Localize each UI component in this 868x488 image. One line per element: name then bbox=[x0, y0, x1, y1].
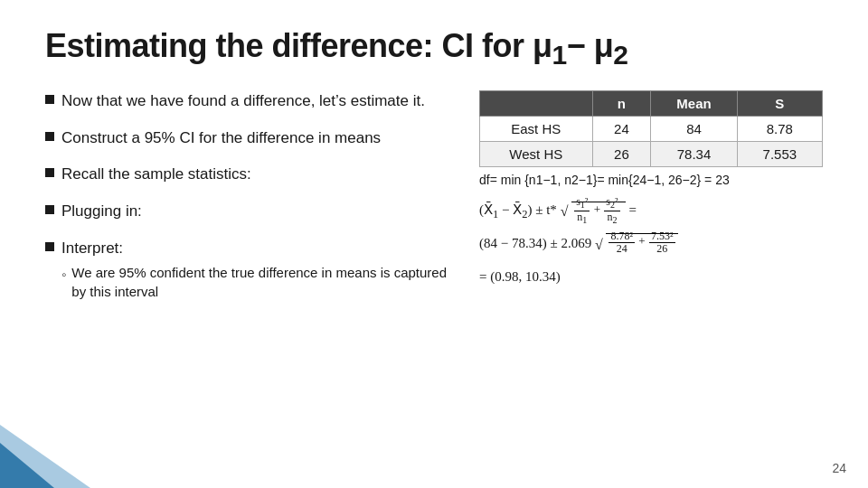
col-header-s: S bbox=[737, 91, 822, 117]
cell-east-s: 8.78 bbox=[737, 117, 822, 142]
sub-bullet-text: We are 95% confident the true difference… bbox=[71, 263, 452, 301]
bullet-square-1 bbox=[45, 95, 54, 104]
formula-line-2: (84 − 78.34) ± 2.069 √ 8.78² 24 + 7.53² … bbox=[479, 230, 823, 259]
col-header-mean: Mean bbox=[651, 91, 737, 117]
sub-bullet-dot: ◦ bbox=[61, 265, 66, 284]
decorative-triangles bbox=[0, 407, 118, 488]
formula-text-3: = (0.98, 10.34) bbox=[479, 263, 561, 290]
title-prefix: Estimating the difference: CI for bbox=[45, 27, 533, 64]
df-text: df= min {n1−1, n2−1}= min{24−1, 26−2} = … bbox=[479, 173, 823, 187]
bullet-text-4: Plugging in: bbox=[61, 201, 142, 223]
table-row-east: East HS 24 84 8.78 bbox=[480, 117, 823, 142]
cell-west-label: West HS bbox=[480, 142, 593, 167]
bullet-item-2: Construct a 95% CI for the difference in… bbox=[45, 127, 452, 150]
formula-text-2: (84 − 78.34) ± 2.069 √ 8.78² 24 + 7.53² … bbox=[479, 230, 678, 259]
formula-line-3: = (0.98, 10.34) bbox=[479, 263, 823, 290]
cell-west-s: 7.553 bbox=[737, 142, 822, 167]
bullet-text-1: Now that we have found a difference, let… bbox=[61, 90, 425, 113]
sub-bullet-item: ◦ We are 95% confident the true differen… bbox=[61, 263, 452, 301]
title-symbol: μ1− μ2 bbox=[533, 27, 627, 64]
bullet-item-1: Now that we have found a difference, let… bbox=[45, 90, 452, 113]
page-number: 24 bbox=[832, 461, 846, 475]
table-row-west: West HS 26 78.34 7.553 bbox=[480, 142, 823, 167]
bullet-square-2 bbox=[45, 132, 54, 141]
bullet-text-5: Interpret: bbox=[61, 238, 123, 260]
col-header-label bbox=[480, 91, 593, 117]
cell-west-mean: 78.34 bbox=[651, 142, 737, 167]
right-column: n Mean S East HS 24 84 8.78 West HS 26 bbox=[479, 90, 823, 294]
slide-title: Estimating the difference: CI for μ1− μ2 bbox=[45, 27, 823, 70]
bullet-text-3: Recall the sample statistics: bbox=[61, 164, 251, 186]
svg-marker-1 bbox=[0, 425, 90, 488]
cell-west-n: 26 bbox=[592, 142, 651, 167]
col-header-n: n bbox=[592, 91, 651, 117]
bullet-square-4 bbox=[45, 205, 54, 214]
content-area: Now that we have found a difference, let… bbox=[45, 90, 823, 301]
bullet-item-4: Plugging in: bbox=[45, 201, 452, 223]
left-column: Now that we have found a difference, let… bbox=[45, 90, 452, 301]
slide: Estimating the difference: CI for μ1− μ2… bbox=[0, 0, 868, 488]
bullet-square-5 bbox=[45, 242, 54, 251]
cell-east-mean: 84 bbox=[651, 117, 737, 142]
formula-text-1: (X̄1 − X̄2) ± t* √ s1² n1 + s2² n2 bbox=[479, 196, 637, 226]
bullet-square-3 bbox=[45, 168, 54, 177]
bullet-text-2: Construct a 95% CI for the difference in… bbox=[61, 127, 381, 150]
formula-line-1: (X̄1 − X̄2) ± t* √ s1² n1 + s2² n2 bbox=[479, 196, 823, 226]
bullet-item-3: Recall the sample statistics: bbox=[45, 164, 452, 186]
formula-block: (X̄1 − X̄2) ± t* √ s1² n1 + s2² n2 bbox=[479, 196, 823, 290]
bullet-item-5: Interpret: bbox=[45, 238, 452, 260]
data-table: n Mean S East HS 24 84 8.78 West HS 26 bbox=[479, 90, 823, 167]
cell-east-label: East HS bbox=[480, 117, 593, 142]
cell-east-n: 24 bbox=[592, 117, 651, 142]
